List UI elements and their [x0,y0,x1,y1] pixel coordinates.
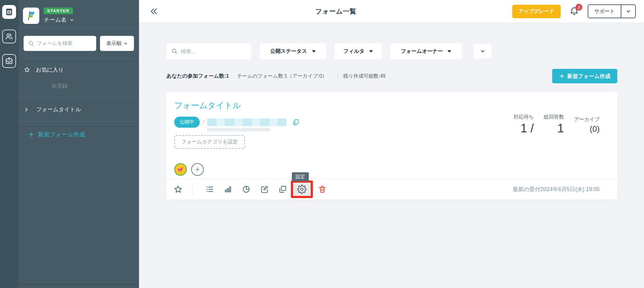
status-filter-dropdown[interactable]: 公開ステータス [260,43,326,59]
sidebar-new-form-button[interactable]: 新規フォーム作成 [19,122,139,138]
latest-submission-text: 最新の受付2024年6月5日(水) 19:05 [513,186,600,193]
form-item-label: フォームタイトル [36,106,81,113]
rail-members-button[interactable] [2,30,16,43]
plus-icon [195,167,200,172]
caret-down-icon [312,50,316,53]
archive-value: (0) [590,125,600,135]
divider [192,183,192,195]
chevron-down-icon [480,48,486,54]
plan-badge: STARTER [44,8,73,14]
star-icon [24,66,31,73]
favorite-star-icon[interactable] [173,185,183,194]
url-prefix: / [203,119,204,125]
topbar: フォーム一覧 アップグレード 3 サポート [139,0,644,23]
sort-order-label: 表示順 [106,40,121,47]
plus-icon [28,131,35,138]
formrun-logo[interactable] [23,8,39,24]
main-area: フォーム一覧 アップグレード 3 サポート [139,0,644,288]
favorites-label: お気に入り [36,66,64,74]
content: 公開ステータス フィルタ フォームオーナー あなたの参加フォーム数:1 チームの… [139,23,644,288]
new-form-button[interactable]: 新規フォーム作成 [552,69,617,83]
participating-count: あなたの参加フォーム数:1 [166,73,229,80]
favorites-empty-label: 未登録 [19,74,139,97]
filter-dropdown[interactable]: フィルタ [335,43,382,59]
team-selector[interactable]: チーム名 [44,16,74,24]
form-counts-bar: あなたの参加フォーム数:1 チームのフォーム数:1（アーカイブ:0） 残り作成可… [166,69,617,83]
filter-label: フィルタ [343,48,365,55]
rail-forms-button[interactable] [2,5,16,19]
people-icon [5,32,14,41]
caret-down-icon [447,50,451,53]
notifications-button[interactable]: 3 [569,7,579,16]
edit-icon[interactable] [260,185,269,194]
team-form-count: チームのフォーム数:1（アーカイブ:0） [237,73,327,80]
archive-label: アーカイブ [574,116,600,123]
rail-inbox-button[interactable] [2,54,16,68]
search-icon [171,48,178,55]
owner-filter-dropdown[interactable]: フォームオーナー [390,43,462,59]
notification-count-badge: 3 [575,4,582,11]
team-header: STARTER チーム名 [19,0,139,28]
support-button[interactable]: サポート [588,4,636,18]
total-label: 総回答数 [544,114,564,120]
gear-icon [297,185,307,194]
chevron-right-icon [24,107,29,112]
form-list-icon [5,8,14,16]
chevron-down-icon[interactable] [621,5,635,18]
owner-filter-label: フォームオーナー [401,48,443,55]
set-category-button[interactable]: フォームカテゴリを設定 [174,135,245,149]
response-stats: 対応待ち 1 / 総回答数 1 アーカイブ (0) [514,114,600,135]
team-name: チーム名 [44,16,67,24]
caret-down-icon [369,50,373,53]
divider [19,284,139,285]
divider [338,73,338,79]
bar-chart-icon[interactable] [224,185,232,194]
more-filters-button[interactable] [474,44,491,58]
duplicate-icon[interactable] [278,185,287,194]
time-report-icon[interactable] [242,185,251,194]
responses-list-icon[interactable] [205,185,214,194]
new-form-button-label: 新規フォーム作成 [567,73,610,80]
settings-button-highlighted[interactable]: 設定 [291,180,313,198]
total-value: 1 [557,122,564,135]
support-label: サポート [588,5,621,18]
chevron-down-icon [69,18,74,22]
remaining-count: 残り作成可能数:49 [343,73,386,80]
sidebar-item-favorites[interactable]: お気に入り [19,59,139,74]
form-title-link[interactable]: フォームタイトル [174,100,241,111]
pending-value: 1 / [520,122,534,135]
status-badge: 公開中 [174,117,200,128]
upgrade-button[interactable]: アップグレード [512,5,561,18]
form-search-input[interactable] [166,43,251,59]
form-search [166,43,251,59]
form-card: フォームタイトル 公開中 / フォームカテゴリを設定 [166,92,617,200]
delete-trash-icon[interactable] [318,185,327,194]
app-rail [0,0,18,288]
sidebar-new-form-label: 新規フォーム作成 [38,130,85,138]
settings-tooltip: 設定 [292,172,309,181]
card-action-row: 設定 最新の受付2024年6月5日(水) 19:05 [166,179,617,200]
pending-label: 対応待ち [514,114,534,120]
sort-order-button[interactable]: 表示順 [100,36,134,51]
chevron-down-icon [124,42,128,46]
inbox-upload-icon [5,57,14,65]
add-member-button[interactable] [191,163,204,176]
redacted-form-url [207,119,286,126]
sidebar-item-form-title[interactable]: フォームタイトル [19,97,139,121]
redacted-form-url-secondary [207,128,270,131]
page-title: フォーム一覧 [315,7,356,16]
sidebar: STARTER チーム名 表示順 お気に入り 未登録 [18,0,139,288]
search-icon [28,40,35,47]
collapse-sidebar-icon[interactable] [149,7,158,16]
sidebar-search [24,36,96,51]
copy-url-icon[interactable] [292,119,300,126]
plus-icon [559,73,565,79]
member-avatar[interactable] [174,163,187,176]
status-filter-label: 公開ステータス [270,48,307,55]
